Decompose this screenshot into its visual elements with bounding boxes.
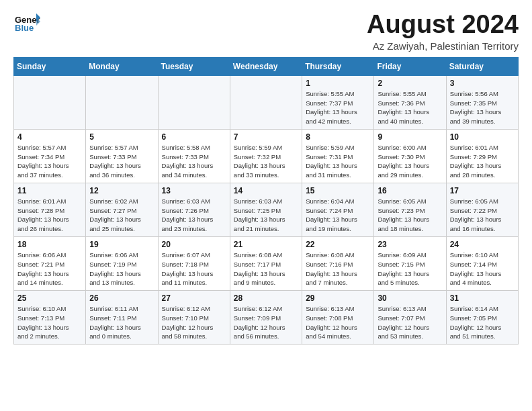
day-number: 3 bbox=[450, 79, 515, 88]
day-number: 17 bbox=[450, 186, 515, 195]
logo: General Blue bbox=[13, 11, 40, 40]
calendar-cell: 14Sunrise: 6:03 AM Sunset: 7:25 PM Dayli… bbox=[230, 183, 302, 236]
calendar-cell: 4Sunrise: 5:57 AM Sunset: 7:34 PM Daylig… bbox=[14, 129, 86, 183]
calendar-cell: 31Sunrise: 6:14 AM Sunset: 7:05 PM Dayli… bbox=[446, 291, 518, 345]
week-row-5: 25Sunrise: 6:10 AM Sunset: 7:13 PM Dayli… bbox=[14, 291, 519, 345]
day-info: Sunrise: 5:59 AM Sunset: 7:32 PM Dayligh… bbox=[234, 143, 298, 180]
week-row-3: 11Sunrise: 6:01 AM Sunset: 7:28 PM Dayli… bbox=[14, 183, 519, 236]
day-header-tuesday: Tuesday bbox=[158, 57, 230, 75]
day-info: Sunrise: 6:03 AM Sunset: 7:25 PM Dayligh… bbox=[234, 197, 298, 234]
day-number: 13 bbox=[162, 186, 226, 195]
day-info: Sunrise: 5:58 AM Sunset: 7:33 PM Dayligh… bbox=[162, 143, 226, 180]
calendar-cell: 22Sunrise: 6:08 AM Sunset: 7:16 PM Dayli… bbox=[302, 236, 374, 290]
calendar-cell bbox=[86, 75, 158, 129]
calendar-table: SundayMondayTuesdayWednesdayThursdayFrid… bbox=[13, 57, 519, 345]
calendar-cell: 26Sunrise: 6:11 AM Sunset: 7:11 PM Dayli… bbox=[86, 291, 158, 345]
calendar-cell: 27Sunrise: 6:12 AM Sunset: 7:10 PM Dayli… bbox=[158, 291, 230, 345]
day-number: 23 bbox=[378, 240, 442, 249]
calendar-cell: 18Sunrise: 6:06 AM Sunset: 7:21 PM Dayli… bbox=[14, 236, 86, 290]
day-info: Sunrise: 6:05 AM Sunset: 7:23 PM Dayligh… bbox=[378, 197, 442, 234]
day-number: 29 bbox=[306, 293, 370, 303]
day-header-monday: Monday bbox=[86, 57, 158, 75]
day-info: Sunrise: 5:57 AM Sunset: 7:33 PM Dayligh… bbox=[89, 143, 154, 180]
title-area: August 2024 Az Zawiyah, Palestinian Terr… bbox=[367, 11, 519, 52]
day-info: Sunrise: 6:10 AM Sunset: 7:14 PM Dayligh… bbox=[450, 250, 515, 287]
week-row-1: 1Sunrise: 5:55 AM Sunset: 7:37 PM Daylig… bbox=[14, 75, 519, 129]
day-info: Sunrise: 6:02 AM Sunset: 7:27 PM Dayligh… bbox=[89, 197, 154, 234]
day-info: Sunrise: 6:04 AM Sunset: 7:24 PM Dayligh… bbox=[306, 197, 370, 234]
day-info: Sunrise: 6:01 AM Sunset: 7:28 PM Dayligh… bbox=[17, 197, 82, 234]
day-info: Sunrise: 6:09 AM Sunset: 7:15 PM Dayligh… bbox=[378, 250, 442, 287]
calendar-cell: 30Sunrise: 6:13 AM Sunset: 7:07 PM Dayli… bbox=[374, 291, 446, 345]
calendar-cell: 1Sunrise: 5:55 AM Sunset: 7:37 PM Daylig… bbox=[302, 75, 374, 129]
day-number: 4 bbox=[17, 132, 82, 142]
calendar-cell: 24Sunrise: 6:10 AM Sunset: 7:14 PM Dayli… bbox=[446, 236, 518, 290]
day-number: 11 bbox=[17, 186, 82, 195]
day-number: 18 bbox=[17, 240, 82, 249]
calendar-cell: 5Sunrise: 5:57 AM Sunset: 7:33 PM Daylig… bbox=[86, 129, 158, 183]
day-number: 26 bbox=[89, 293, 154, 303]
day-info: Sunrise: 6:10 AM Sunset: 7:13 PM Dayligh… bbox=[17, 304, 82, 341]
day-number: 7 bbox=[234, 132, 298, 142]
day-number: 25 bbox=[17, 293, 82, 303]
calendar-cell: 25Sunrise: 6:10 AM Sunset: 7:13 PM Dayli… bbox=[14, 291, 86, 345]
calendar-cell: 20Sunrise: 6:07 AM Sunset: 7:18 PM Dayli… bbox=[158, 236, 230, 290]
day-info: Sunrise: 6:06 AM Sunset: 7:21 PM Dayligh… bbox=[17, 250, 82, 287]
day-number: 28 bbox=[234, 293, 298, 303]
calendar-cell: 28Sunrise: 6:12 AM Sunset: 7:09 PM Dayli… bbox=[230, 291, 302, 345]
day-info: Sunrise: 5:55 AM Sunset: 7:36 PM Dayligh… bbox=[378, 89, 442, 126]
day-info: Sunrise: 6:01 AM Sunset: 7:29 PM Dayligh… bbox=[450, 143, 515, 180]
day-header-wednesday: Wednesday bbox=[230, 57, 302, 75]
day-number: 27 bbox=[162, 293, 226, 303]
day-info: Sunrise: 5:55 AM Sunset: 7:37 PM Dayligh… bbox=[306, 89, 370, 126]
month-title: August 2024 bbox=[367, 11, 519, 39]
calendar-cell bbox=[230, 75, 302, 129]
day-number: 12 bbox=[89, 186, 154, 195]
calendar-cell: 10Sunrise: 6:01 AM Sunset: 7:29 PM Dayli… bbox=[446, 129, 518, 183]
calendar-cell: 29Sunrise: 6:13 AM Sunset: 7:08 PM Dayli… bbox=[302, 291, 374, 345]
calendar-cell: 8Sunrise: 5:59 AM Sunset: 7:31 PM Daylig… bbox=[302, 129, 374, 183]
day-number: 22 bbox=[306, 240, 370, 249]
week-row-2: 4Sunrise: 5:57 AM Sunset: 7:34 PM Daylig… bbox=[14, 129, 519, 183]
day-number: 2 bbox=[378, 79, 442, 88]
day-number: 30 bbox=[378, 293, 442, 303]
day-info: Sunrise: 6:11 AM Sunset: 7:11 PM Dayligh… bbox=[89, 304, 154, 341]
day-info: Sunrise: 6:14 AM Sunset: 7:05 PM Dayligh… bbox=[450, 304, 515, 341]
day-info: Sunrise: 5:59 AM Sunset: 7:31 PM Dayligh… bbox=[306, 143, 370, 180]
day-number: 6 bbox=[162, 132, 226, 142]
day-info: Sunrise: 6:12 AM Sunset: 7:09 PM Dayligh… bbox=[234, 304, 298, 341]
svg-text:Blue: Blue bbox=[15, 23, 34, 33]
day-info: Sunrise: 6:08 AM Sunset: 7:17 PM Dayligh… bbox=[234, 250, 298, 287]
calendar-cell: 7Sunrise: 5:59 AM Sunset: 7:32 PM Daylig… bbox=[230, 129, 302, 183]
location-title: Az Zawiyah, Palestinian Territory bbox=[367, 40, 519, 52]
day-number: 31 bbox=[450, 293, 515, 303]
calendar-cell: 16Sunrise: 6:05 AM Sunset: 7:23 PM Dayli… bbox=[374, 183, 446, 236]
week-row-4: 18Sunrise: 6:06 AM Sunset: 7:21 PM Dayli… bbox=[14, 236, 519, 290]
calendar-cell: 21Sunrise: 6:08 AM Sunset: 7:17 PM Dayli… bbox=[230, 236, 302, 290]
day-number: 16 bbox=[378, 186, 442, 195]
page-header: General Blue August 2024 Az Zawiyah, Pal… bbox=[13, 11, 519, 52]
day-info: Sunrise: 6:03 AM Sunset: 7:26 PM Dayligh… bbox=[162, 197, 226, 234]
day-info: Sunrise: 5:56 AM Sunset: 7:35 PM Dayligh… bbox=[450, 89, 515, 126]
day-header-friday: Friday bbox=[374, 57, 446, 75]
day-header-row: SundayMondayTuesdayWednesdayThursdayFrid… bbox=[14, 57, 519, 75]
calendar-cell: 19Sunrise: 6:06 AM Sunset: 7:19 PM Dayli… bbox=[86, 236, 158, 290]
day-info: Sunrise: 6:07 AM Sunset: 7:18 PM Dayligh… bbox=[162, 250, 226, 287]
day-header-thursday: Thursday bbox=[302, 57, 374, 75]
calendar-cell: 2Sunrise: 5:55 AM Sunset: 7:36 PM Daylig… bbox=[374, 75, 446, 129]
day-number: 24 bbox=[450, 240, 515, 249]
logo-graphic: General Blue bbox=[13, 11, 40, 40]
calendar-cell bbox=[158, 75, 230, 129]
day-number: 15 bbox=[306, 186, 370, 195]
calendar-cell bbox=[14, 75, 86, 129]
calendar-cell: 15Sunrise: 6:04 AM Sunset: 7:24 PM Dayli… bbox=[302, 183, 374, 236]
day-number: 9 bbox=[378, 132, 442, 142]
day-info: Sunrise: 6:13 AM Sunset: 7:08 PM Dayligh… bbox=[306, 304, 370, 341]
day-info: Sunrise: 6:00 AM Sunset: 7:30 PM Dayligh… bbox=[378, 143, 442, 180]
day-number: 14 bbox=[234, 186, 298, 195]
day-number: 10 bbox=[450, 132, 515, 142]
calendar-cell: 12Sunrise: 6:02 AM Sunset: 7:27 PM Dayli… bbox=[86, 183, 158, 236]
day-info: Sunrise: 6:12 AM Sunset: 7:10 PM Dayligh… bbox=[162, 304, 226, 341]
day-info: Sunrise: 6:06 AM Sunset: 7:19 PM Dayligh… bbox=[89, 250, 154, 287]
day-number: 5 bbox=[89, 132, 154, 142]
